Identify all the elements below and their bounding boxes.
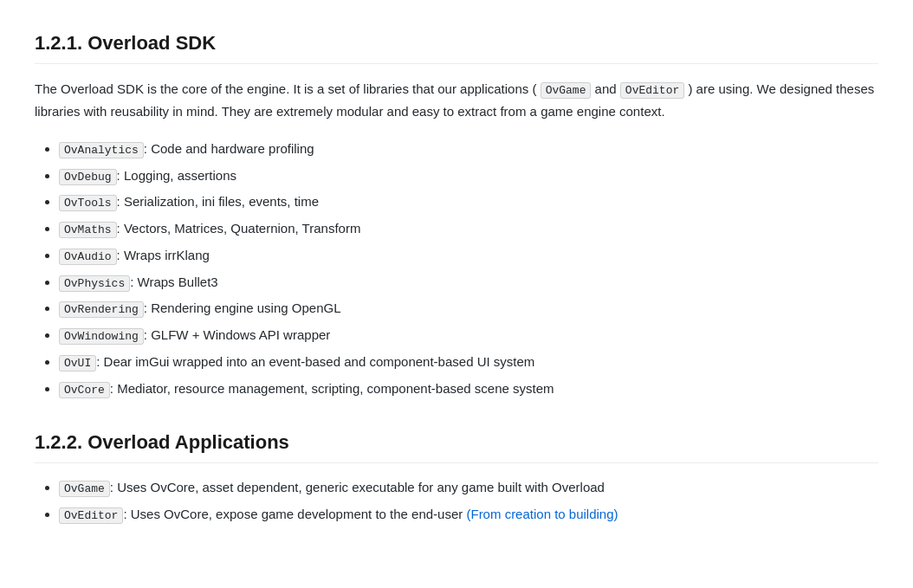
feature-list-apps: OvGame: Uses OvCore, asset dependent, ge… (35, 477, 878, 526)
item-code: OvMaths (59, 222, 117, 238)
page-content: 1.2.1. Overload SDKThe Overload SDK is t… (35, 28, 878, 526)
item-code: OvAnalytics (59, 142, 144, 158)
list-item: OvPhysics: Wraps Bullet3 (59, 272, 878, 294)
item-code: OvDebug (59, 169, 117, 185)
section-title-apps: 1.2.2. Overload Applications (35, 427, 878, 463)
item-code: OvPhysics (59, 275, 130, 292)
item-code: OvTools (59, 195, 117, 211)
feature-list-sdk: OvAnalytics: Code and hardware profiling… (35, 139, 878, 400)
item-code: OvEditor (59, 507, 123, 524)
section-description-sdk: The Overload SDK is the core of the engi… (35, 78, 878, 123)
item-code: OvCore (59, 382, 110, 398)
item-code: OvWindowing (59, 328, 144, 345)
list-item: OvCore: Mediator, resource management, s… (59, 378, 878, 400)
list-item: OvAudio: Wraps irrKlang (59, 245, 878, 267)
list-item: OvWindowing: GLFW + Windows API wrapper (59, 325, 878, 346)
list-item: OvUI: Dear imGui wrapped into an event-b… (59, 352, 878, 373)
section-title-sdk: 1.2.1. Overload SDK (35, 28, 878, 64)
item-code: OvAudio (59, 249, 117, 265)
item-link[interactable]: (From creation to building) (466, 507, 618, 521)
list-item: OvDebug: Logging, assertions (59, 165, 878, 187)
item-code: OvUI (59, 355, 96, 372)
section-apps: 1.2.2. Overload ApplicationsOvGame: Uses… (35, 427, 878, 526)
list-item: OvAnalytics: Code and hardware profiling (59, 139, 878, 160)
item-code: OvGame (59, 481, 110, 497)
inline-code: OvGame (541, 82, 592, 99)
section-sdk: 1.2.1. Overload SDKThe Overload SDK is t… (35, 28, 878, 399)
list-item: OvGame: Uses OvCore, asset dependent, ge… (59, 477, 878, 499)
list-item: OvTools: Serialization, ini files, event… (59, 191, 878, 213)
inline-code: OvEditor (620, 82, 684, 99)
list-item: OvRendering: Rendering engine using Open… (59, 298, 878, 320)
item-code: OvRendering (59, 301, 144, 318)
list-item: OvMaths: Vectors, Matrices, Quaternion, … (59, 218, 878, 240)
list-item: OvEditor: Uses OvCore, expose game devel… (59, 504, 878, 526)
